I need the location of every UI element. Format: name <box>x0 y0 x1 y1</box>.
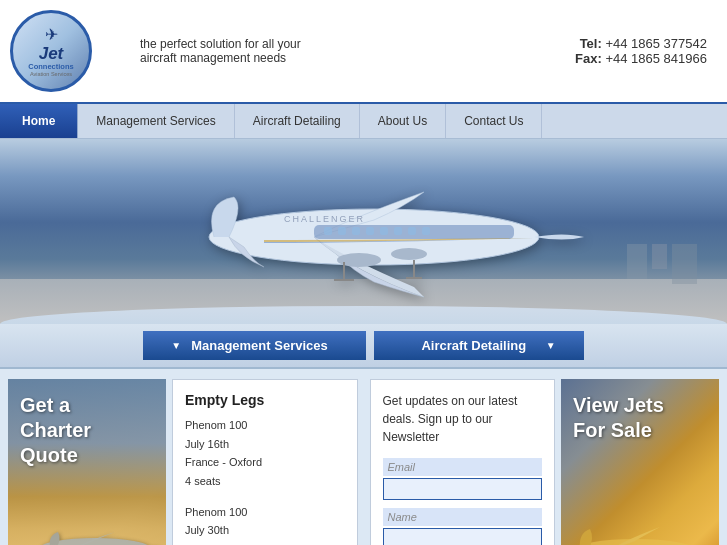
aircraft-detailing-button[interactable]: Aircraft Detailing ▼ <box>374 331 584 360</box>
nav-item-home[interactable]: Home <box>0 104 78 138</box>
svg-text:CHALLENGER: CHALLENGER <box>284 214 365 224</box>
email-form-group: Email <box>383 458 543 500</box>
hero-plane-svg: CHALLENGER <box>64 142 664 322</box>
svg-rect-7 <box>394 227 402 235</box>
tel-value: +44 1865 377542 <box>605 36 707 51</box>
svg-rect-3 <box>338 227 346 235</box>
chevron-down-icon-right: ▼ <box>546 340 556 351</box>
logo-plane-icon: ✈ <box>45 25 58 44</box>
jets-box[interactable]: View Jets For Sale <box>561 379 719 545</box>
empty-legs-box: Empty Legs Phenom 100 July 16th France -… <box>172 379 358 545</box>
tel-line: Tel: +44 1865 377542 <box>575 36 707 51</box>
main-nav: Home Management Services Aircraft Detail… <box>0 104 727 139</box>
empty-legs-title: Empty Legs <box>185 392 345 408</box>
nav-item-contact[interactable]: Contact Us <box>446 104 542 138</box>
chevron-down-icon: ▼ <box>171 340 181 351</box>
tagline-line2: aircraft management needs <box>140 51 545 65</box>
svg-rect-6 <box>380 227 388 235</box>
logo-circle: ✈ Jet Connections Aviation Services <box>10 10 92 92</box>
leg2-date: July 30th <box>185 521 345 540</box>
jets-title: View Jets For Sale <box>573 393 707 443</box>
jets-plane-silhouette <box>561 515 714 545</box>
charter-title: Get a Charter Quote <box>20 393 154 468</box>
contact-area: Tel: +44 1865 377542 Fax: +44 1865 84196… <box>555 28 727 74</box>
name-input[interactable] <box>383 528 543 545</box>
hero-buildings <box>627 244 697 284</box>
leg1-route: France - Oxford <box>185 453 345 472</box>
email-input[interactable] <box>383 478 543 500</box>
management-label: Management Services <box>191 338 328 353</box>
fax-line: Fax: +44 1865 841966 <box>575 51 707 66</box>
tel-label: Tel: <box>580 36 602 51</box>
svg-point-11 <box>391 248 427 260</box>
detailing-label: Aircraft Detailing <box>421 338 526 353</box>
email-label: Email <box>383 458 543 476</box>
logo-aviation-text: Aviation Services <box>30 71 72 78</box>
main-content: Get a Charter Quote Empty Legs Phenom 10… <box>0 369 727 545</box>
fax-label: Fax: <box>575 51 602 66</box>
fax-value: +44 1865 841966 <box>605 51 707 66</box>
management-services-button[interactable]: ▼ Management Services <box>143 331 365 360</box>
newsletter-box: Get updates on our latest deals. Sign up… <box>370 379 556 545</box>
tagline-line1: the perfect solution for all your <box>140 37 545 51</box>
svg-rect-9 <box>422 227 430 235</box>
logo-connections-text: Connections <box>28 62 73 71</box>
name-label: Name <box>383 508 543 526</box>
name-form-group: Name <box>383 508 543 545</box>
hero-section: CHALLENGER <box>0 139 727 324</box>
leg1-aircraft: Phenom 100 <box>185 416 345 435</box>
logo-jet-text: Jet <box>39 45 64 62</box>
charter-plane-silhouette <box>18 520 161 545</box>
leg-item-1: Phenom 100 July 16th France - Oxford 4 s… <box>185 416 345 491</box>
nav-item-about[interactable]: About Us <box>360 104 446 138</box>
nav-item-detailing[interactable]: Aircraft Detailing <box>235 104 360 138</box>
leg-item-2: Phenom 100 July 30th Oxford - France 4 s… <box>185 503 345 545</box>
leg1-date: July 16th <box>185 435 345 454</box>
svg-rect-8 <box>408 227 416 235</box>
charter-box[interactable]: Get a Charter Quote <box>8 379 166 545</box>
nav-item-management[interactable]: Management Services <box>78 104 234 138</box>
leg1-seats: 4 seats <box>185 472 345 491</box>
banner-strip: ▼ Management Services Aircraft Detailing… <box>0 324 727 369</box>
leg2-aircraft: Phenom 100 <box>185 503 345 522</box>
header: ✈ Jet Connections Aviation Services the … <box>0 0 727 104</box>
svg-rect-5 <box>366 227 374 235</box>
leg2-route: Oxford - France <box>185 540 345 545</box>
svg-rect-2 <box>324 227 332 235</box>
logo-area: ✈ Jet Connections Aviation Services <box>0 5 130 97</box>
hero-plane-container: CHALLENGER <box>0 139 727 324</box>
newsletter-text: Get updates on our latest deals. Sign up… <box>383 392 543 446</box>
svg-rect-4 <box>352 227 360 235</box>
tagline-area: the perfect solution for all your aircra… <box>130 29 555 73</box>
